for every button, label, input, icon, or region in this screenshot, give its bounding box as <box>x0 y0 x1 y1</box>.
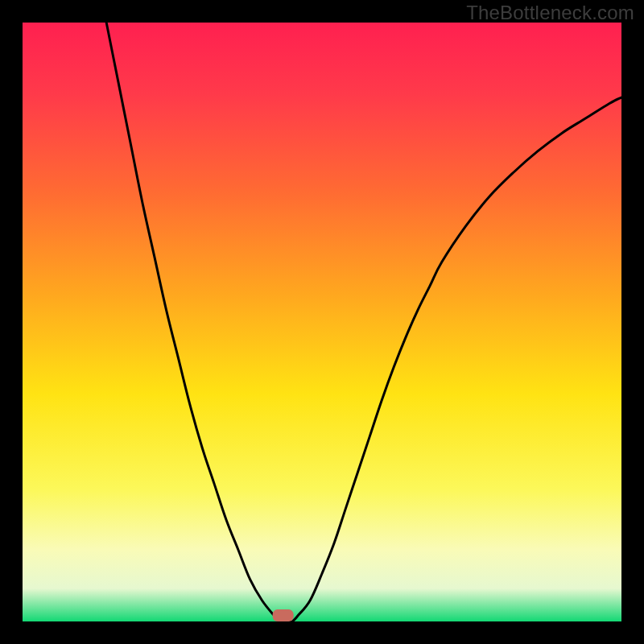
vertex-marker <box>273 609 294 621</box>
watermark-text: TheBottleneck.com <box>466 2 634 24</box>
plot-svg <box>23 23 621 621</box>
chart-frame: TheBottleneck.com <box>0 0 644 644</box>
plot-area <box>23 23 621 621</box>
gradient-background <box>23 23 621 621</box>
